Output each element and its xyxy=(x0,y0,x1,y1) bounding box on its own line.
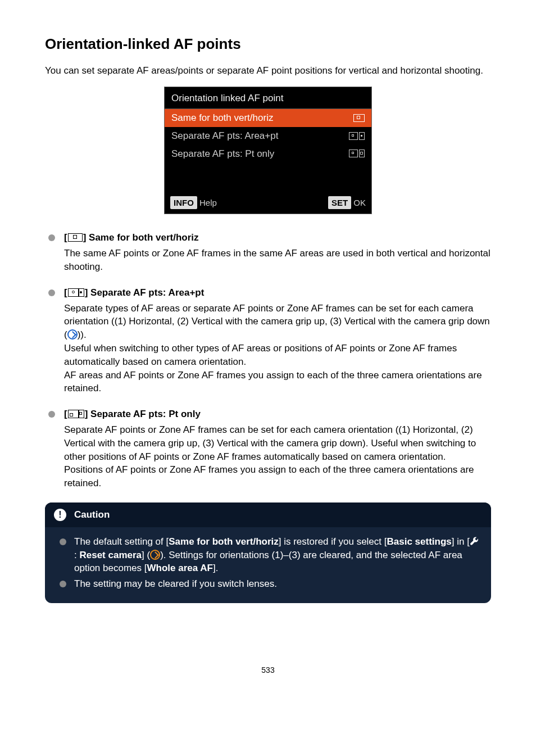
camera-menu-title: Orientation linked AF point xyxy=(165,87,371,109)
caution-box: ! Caution The default setting of [Same f… xyxy=(45,503,491,603)
bold-text: Basic settings xyxy=(387,536,452,547)
caution-item-2: The setting may be cleared if you switch… xyxy=(58,577,480,591)
page-number: 533 xyxy=(45,665,491,676)
desc-title-text: ] Separate AF pts: Area+pt xyxy=(85,287,205,298)
intro-text: You can set separate AF areas/points or … xyxy=(45,64,491,78)
menu-spacer xyxy=(165,162,371,193)
option-descriptions: [] Same for both vert/horiz The same AF … xyxy=(45,231,491,490)
text-part: Separate types of AF areas or separate A… xyxy=(64,303,490,341)
text-part: ]. xyxy=(213,563,218,573)
link-ref-icon[interactable] xyxy=(150,550,160,560)
desc-item-areapt: [] Separate AF pts: Area+pt Separate typ… xyxy=(45,286,491,395)
text-part: ] is restored if you select [ xyxy=(279,536,387,547)
caution-header: ! Caution xyxy=(45,503,491,527)
desc-item-same: [] Same for both vert/horiz The same AF … xyxy=(45,231,491,273)
caution-title: Caution xyxy=(74,508,110,522)
desc-title-areapt: [] Separate AF pts: Area+pt xyxy=(64,286,491,301)
option-icon-ptonly xyxy=(349,150,365,157)
footer-right: SET OK xyxy=(328,196,366,209)
option-icon-same xyxy=(353,114,365,122)
desc-body-ptonly-2: Positions of AF points or Zone AF frames… xyxy=(64,463,491,490)
bold-text: Same for both vert/horiz xyxy=(169,536,279,547)
camera-menu-screenshot: Orientation linked AF point Same for bot… xyxy=(164,87,372,214)
bracket: [ xyxy=(64,232,67,243)
bold-text: Reset camera xyxy=(79,550,142,560)
same-icon xyxy=(68,232,83,246)
text-part: ] in [ xyxy=(452,536,470,547)
bracket: [ xyxy=(64,409,67,419)
areapt-icon xyxy=(68,287,84,301)
camera-menu-footer: INFO Help SET OK xyxy=(165,193,371,214)
desc-body-same: The same AF points or Zone AF frames in … xyxy=(64,247,491,274)
caution-list: The default setting of [Same for both ve… xyxy=(45,527,491,591)
menu-option-label: Same for both vert/horiz xyxy=(171,111,273,125)
menu-option-pt-only: Separate AF pts: Pt only xyxy=(165,145,371,163)
link-ref-icon[interactable] xyxy=(67,329,78,340)
bold-text: Whole area AF xyxy=(147,563,212,573)
menu-option-same: Same for both vert/horiz xyxy=(165,109,371,127)
footer-left-label: Help xyxy=(199,198,217,207)
desc-title-text: ] Same for both vert/horiz xyxy=(83,232,199,243)
text-part: )). xyxy=(78,329,87,340)
footer-left: INFO Help xyxy=(170,196,217,209)
option-icon-areapt xyxy=(349,132,365,140)
text-part: ] ( xyxy=(142,550,150,560)
desc-body-areapt-2: Useful when switching to other types of … xyxy=(64,342,491,369)
wrench-icon xyxy=(470,537,479,546)
menu-option-label: Separate AF pts: Area+pt xyxy=(171,129,278,143)
menu-option-label: Separate AF pts: Pt only xyxy=(171,147,274,161)
page-heading: Orientation-linked AF points xyxy=(45,34,491,54)
desc-title-same: [] Same for both vert/horiz xyxy=(64,231,491,246)
desc-body-areapt-1: Separate types of AF areas or separate A… xyxy=(64,302,491,342)
desc-item-ptonly: [] Separate AF pts: Pt only Separate AF … xyxy=(45,408,491,490)
info-badge: INFO xyxy=(170,196,197,209)
ptonly-icon xyxy=(68,409,84,422)
menu-option-area-pt: Separate AF pts: Area+pt xyxy=(165,127,371,145)
desc-body-areapt-3: AF areas and AF points or Zone AF frames… xyxy=(64,369,491,396)
caution-item-1: The default setting of [Same for both ve… xyxy=(58,535,480,575)
desc-title-text: ] Separate AF pts: Pt only xyxy=(85,409,201,419)
footer-right-label: OK xyxy=(353,198,366,207)
bracket: [ xyxy=(64,287,67,298)
set-badge: SET xyxy=(328,196,351,209)
desc-body-ptonly-1: Separate AF points or Zone AF frames can… xyxy=(64,423,491,463)
caution-icon: ! xyxy=(54,509,66,521)
text-part: The default setting of [ xyxy=(74,536,169,547)
desc-title-ptonly: [] Separate AF pts: Pt only xyxy=(64,408,491,422)
